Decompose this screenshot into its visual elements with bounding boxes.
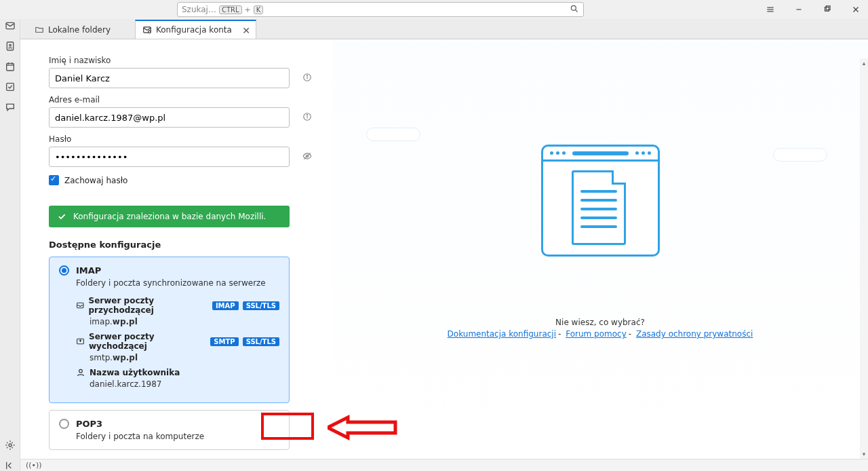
imap-desc: Foldery i poczta synchronizowane na serw… [76, 278, 279, 288]
svg-rect-17 [6, 83, 14, 91]
imap-option[interactable]: IMAP Foldery i poczta synchronizowane na… [49, 257, 290, 403]
tasks-icon[interactable] [5, 81, 16, 92]
banner-text: Konfiguracja znaleziona w bazie danych M… [73, 212, 266, 221]
pop3-radio[interactable] [59, 419, 69, 429]
browser-illustration [541, 145, 660, 257]
user-icon [76, 368, 85, 377]
toggle-password-icon[interactable] [302, 151, 312, 163]
account-form: Imię i nazwisko Adres e-mail Hasło [20, 39, 332, 471]
spaces-toolbar [0, 19, 20, 471]
svg-rect-13 [6, 63, 14, 71]
remember-label: Zachowaj hasło [64, 176, 127, 185]
pop3-option[interactable]: POP3 Foldery i poczta na komputerze [49, 410, 290, 450]
info-icon[interactable] [302, 73, 312, 84]
close-tab-icon[interactable]: ✕ [242, 25, 250, 36]
ssl-badge: SSL/TLS [243, 301, 279, 310]
svg-rect-6 [825, 7, 829, 12]
ssl-badge: SSL/TLS [243, 337, 279, 346]
global-search[interactable]: Szukaj… CTRL + K [177, 2, 584, 17]
cloud-decoration [773, 148, 827, 162]
password-label: Hasło [49, 134, 319, 144]
collapse-icon[interactable] [5, 460, 16, 471]
maximize-button[interactable] [819, 1, 835, 18]
outbox-icon [76, 337, 85, 346]
pop3-title: POP3 [76, 419, 102, 429]
close-button[interactable] [848, 1, 864, 18]
outgoing-label: Serwer poczty wychodzącej [89, 332, 206, 351]
email-label: Adres e-mail [49, 95, 319, 105]
username-value: daniel.karcz.1987 [90, 379, 279, 389]
privacy-link[interactable]: Zasady ochrony prywatności [636, 329, 753, 339]
hamburger-icon[interactable] [762, 1, 778, 18]
search-icon[interactable] [570, 4, 579, 16]
chat-icon[interactable] [5, 102, 16, 113]
mail-icon[interactable] [5, 20, 16, 31]
svg-point-24 [307, 75, 307, 76]
calendar-icon[interactable] [5, 61, 16, 72]
name-input[interactable] [49, 68, 290, 88]
imap-title: IMAP [76, 265, 101, 276]
scrollbar[interactable]: ▴ ▾ [860, 58, 868, 459]
svg-line-1 [576, 10, 578, 12]
cloud-decoration [366, 128, 420, 141]
tab-label: Konfiguracja konta [156, 25, 232, 35]
kbd-plus: + [245, 5, 251, 14]
minimize-button[interactable] [791, 1, 807, 18]
svg-point-12 [9, 44, 11, 46]
docs-link[interactable]: Dokumentacja konfiguracji [448, 329, 556, 339]
svg-rect-7 [826, 6, 830, 10]
username-label: Nazwa użytkownika [90, 368, 180, 377]
help-question: Nie wiesz, co wybrać? [555, 318, 645, 327]
svg-point-0 [571, 5, 576, 10]
success-banner: Konfiguracja znaleziona w bazie danych M… [49, 206, 290, 227]
inbox-icon [76, 301, 85, 310]
svg-point-32 [79, 369, 83, 373]
tab-account-config[interactable]: Konfiguracja konta ✕ [135, 20, 256, 39]
kbd-ctrl: CTRL [219, 5, 242, 14]
scroll-down-icon[interactable]: ▾ [860, 449, 868, 459]
imap-badge: IMAP [212, 301, 239, 310]
tab-label: Lokalne foldery [48, 25, 111, 35]
svg-point-21 [149, 31, 151, 33]
illustration-pane: Nie wiesz, co wybrać? Dokumentacja konfi… [332, 39, 868, 471]
document-icon [572, 170, 626, 245]
status-bar: ((•)) [20, 459, 868, 471]
smtp-badge: SMTP [210, 337, 238, 346]
scroll-up-icon[interactable]: ▴ [860, 58, 868, 68]
addressbook-icon[interactable] [5, 41, 16, 52]
pop3-desc: Foldery i poczta na komputerze [76, 432, 279, 441]
status-indicator: ((•)) [26, 461, 42, 470]
email-input[interactable] [49, 107, 290, 128]
name-label: Imię i nazwisko [49, 56, 319, 65]
tab-strip: Lokalne foldery Konfiguracja konta ✕ [20, 19, 868, 39]
tab-local-folders[interactable]: Lokalne foldery [27, 20, 135, 39]
section-heading: Dostępne konfiguracje [49, 240, 319, 250]
help-links: Dokumentacja konfiguracji- Forum pomocy-… [448, 329, 753, 339]
info-icon[interactable] [302, 112, 312, 124]
incoming-label: Serwer poczty przychodzącej [89, 296, 208, 315]
password-input[interactable] [49, 147, 290, 167]
forum-link[interactable]: Forum pomocy [566, 329, 627, 339]
outgoing-host: smtp.wp.pl [90, 353, 279, 362]
svg-point-18 [9, 444, 12, 447]
search-placeholder: Szukaj… [182, 5, 216, 14]
svg-point-27 [307, 115, 307, 115]
settings-icon[interactable] [5, 440, 16, 451]
kbd-k: K [254, 5, 264, 14]
title-bar: Szukaj… CTRL + K [0, 0, 868, 19]
remember-checkbox[interactable] [49, 175, 59, 185]
imap-radio[interactable] [59, 265, 69, 276]
incoming-host: imap.wp.pl [90, 317, 279, 326]
